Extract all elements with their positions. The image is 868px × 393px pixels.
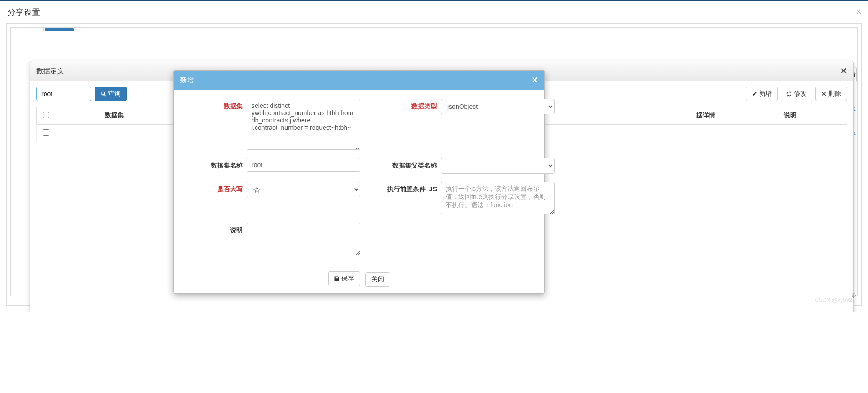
refresh-icon	[786, 91, 792, 97]
add-label: 新增	[759, 90, 772, 98]
modal-body: 数据集 select distinct ywbh,contract_number…	[174, 90, 544, 265]
col-dataset: 数据集	[55, 107, 174, 125]
inner-dialog-title: 数据定义	[36, 67, 64, 76]
page-header: 分享设置 ×	[0, 1, 868, 23]
dataset-textarea[interactable]: select distinct ywbh,contract_number as …	[247, 99, 360, 150]
close-label: 关闭	[371, 276, 384, 284]
prejs-textarea[interactable]	[441, 182, 555, 214]
partial-text: 录	[851, 292, 857, 300]
modal-footer: 保存 关闭	[174, 265, 544, 293]
x-icon	[821, 91, 827, 97]
search-icon	[101, 91, 106, 97]
label-upper: 是否大写	[184, 182, 243, 194]
modal-title: 新增	[180, 76, 194, 85]
tab-stub-active[interactable]	[45, 28, 74, 31]
label-datatype: 数据类型	[364, 99, 437, 111]
save-icon	[334, 276, 339, 281]
close-icon[interactable]: ✕	[531, 75, 538, 85]
close-icon[interactable]: ×	[856, 6, 862, 18]
label-parent: 数据集父类名称	[364, 158, 437, 170]
col-desc: 说明	[733, 107, 847, 125]
parent-select[interactable]	[441, 158, 555, 174]
search-input[interactable]	[36, 87, 91, 101]
select-all-checkbox[interactable]	[43, 112, 49, 118]
add-button[interactable]: 新增	[746, 87, 778, 101]
edit-button[interactable]: 修改	[781, 87, 812, 101]
query-button[interactable]: 查询	[95, 87, 127, 101]
row-checkbox[interactable]	[43, 129, 49, 136]
datatype-select[interactable]: jsonObject	[441, 99, 555, 114]
tab-stub[interactable]	[15, 28, 44, 31]
pencil-icon	[752, 91, 757, 97]
delete-label: 删除	[828, 90, 841, 98]
close-icon[interactable]: ✕	[840, 66, 847, 76]
delete-button[interactable]: 删除	[815, 87, 847, 101]
desc-textarea[interactable]	[247, 223, 360, 255]
label-desc: 说明	[184, 223, 243, 235]
add-modal: 新增 ✕ 数据集 select distinct ywbh,contract_n…	[173, 70, 545, 294]
label-dataset: 数据集	[184, 99, 243, 111]
watermark: CSDN @xyb92	[815, 297, 852, 303]
page-title: 分享设置	[7, 8, 40, 17]
edit-label: 修改	[794, 90, 806, 98]
save-button[interactable]: 保存	[328, 271, 360, 286]
close-button[interactable]: 关闭	[365, 272, 390, 287]
dsname-input[interactable]	[247, 158, 360, 172]
label-dsname: 数据集名称	[184, 158, 243, 170]
query-label: 查询	[108, 90, 121, 98]
modal-header[interactable]: 新增 ✕	[174, 71, 544, 90]
label-prejs: 执行前置条件_JS	[364, 182, 437, 194]
upper-select[interactable]: 否	[247, 182, 360, 197]
save-label: 保存	[341, 275, 354, 283]
col-details: 据详情	[678, 107, 733, 125]
